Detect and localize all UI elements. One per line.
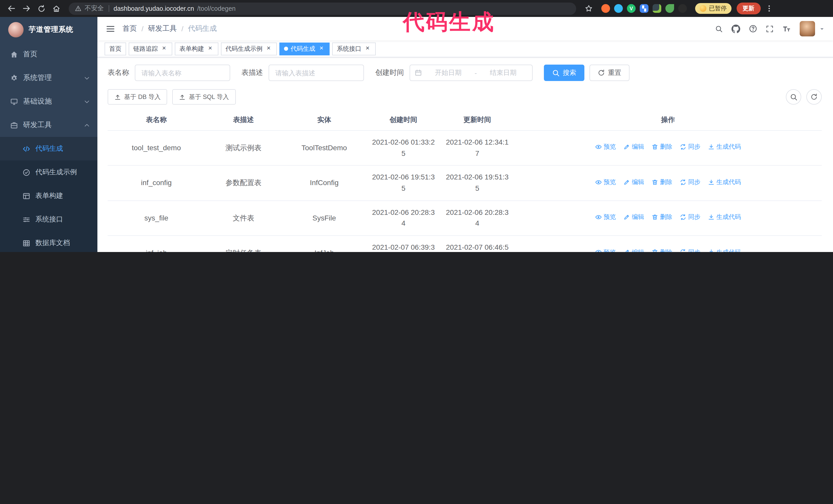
paused-badge[interactable]: 已暂停	[695, 3, 731, 14]
sidebar-toggle[interactable]	[105, 24, 115, 33]
sidebar-subitem-example[interactable]: 代码生成示例	[0, 161, 97, 184]
reset-button[interactable]: 重置	[590, 65, 629, 81]
fullscreen-icon[interactable]	[766, 25, 774, 32]
preview-link[interactable]: 预览	[595, 247, 616, 252]
bookmark-star-icon[interactable]	[582, 2, 595, 15]
generate-code-link[interactable]: 生成代码	[708, 142, 741, 152]
import-sql-button[interactable]: 基于 SQL 导入	[172, 89, 236, 104]
delete-link[interactable]: 删除	[651, 212, 672, 222]
extension-icon-leaf[interactable]	[665, 4, 674, 13]
generate-code-link[interactable]: 生成代码	[708, 177, 741, 187]
address-bar[interactable]: 不安全 dashboard.yudao.iocoder.cn/tool/code…	[69, 2, 576, 15]
home-icon	[10, 50, 18, 58]
preview-link[interactable]: 预览	[595, 142, 616, 152]
generate-code-link[interactable]: 生成代码	[708, 247, 741, 252]
preview-icon	[595, 249, 601, 252]
generate-code-link[interactable]: 生成代码	[708, 212, 741, 222]
sidebar-item-label: 基础设施	[23, 97, 52, 106]
sidebar-subitem-doc[interactable]: 数据库文档	[0, 231, 97, 252]
cell-table-name: sys_file	[108, 207, 205, 230]
start-date-placeholder: 开始日期	[424, 68, 473, 77]
back-button[interactable]	[5, 2, 18, 15]
sidebar-item-tools[interactable]: 研发工具	[0, 113, 97, 137]
edit-link[interactable]: 编辑	[623, 212, 644, 222]
view-tab-1[interactable]: 链路追踪×	[129, 42, 172, 55]
avatar-caret-icon[interactable]	[819, 26, 825, 31]
github-icon[interactable]	[732, 24, 740, 33]
view-tab-4[interactable]: 代码生成×	[279, 42, 330, 55]
chevron-down-icon	[84, 75, 90, 81]
extension-icon-fox[interactable]	[601, 4, 610, 13]
sidebar-item-home[interactable]: 首页	[0, 43, 97, 66]
fontsize-icon[interactable]	[782, 24, 791, 33]
extension-icon-green-v[interactable]: V	[627, 4, 636, 13]
table-name-input[interactable]	[135, 65, 230, 81]
doc-icon	[23, 239, 30, 247]
edit-icon	[623, 214, 630, 220]
close-tab-icon[interactable]: ×	[318, 45, 325, 52]
view-tab-0[interactable]: 首页	[104, 42, 126, 55]
tab-label: 链路追踪	[133, 44, 158, 53]
extension-icon-users[interactable]: ▚	[640, 4, 648, 13]
search-icon[interactable]	[715, 25, 723, 32]
sidebar-subitem-form[interactable]: 表单构建	[0, 184, 97, 208]
cell-table-name: tool_test_demo	[108, 136, 205, 160]
date-separator: -	[475, 69, 477, 77]
codegen-table: 表名称表描述实体创建时间更新时间操作 tool_test_demo测试示例表To…	[108, 110, 822, 252]
sidebar-item-gear[interactable]: 系统管理	[0, 66, 97, 90]
edit-link[interactable]: 编辑	[623, 142, 644, 152]
table-toolbar: 基于 DB 导入 基于 SQL 导入	[108, 89, 822, 104]
sidebar-item-infra[interactable]: 基础设施	[0, 90, 97, 113]
forward-button[interactable]	[20, 2, 33, 15]
search-button[interactable]: 搜索	[544, 65, 585, 81]
view-tab-5[interactable]: 系统接口×	[332, 42, 376, 55]
edit-icon	[623, 179, 630, 185]
sidebar-subitem-api[interactable]: 系统接口	[0, 208, 97, 231]
emoji-face-icon	[700, 5, 706, 12]
preview-icon	[595, 214, 601, 220]
reload-button[interactable]	[35, 2, 48, 15]
sync-link[interactable]: 同步	[680, 142, 700, 152]
cell-table-name: inf_config	[108, 171, 205, 195]
preview-link[interactable]: 预览	[595, 212, 616, 222]
extension-icon-drop[interactable]	[614, 4, 623, 13]
delete-link[interactable]: 删除	[651, 247, 672, 252]
date-range-picker[interactable]: 开始日期 - 结束日期	[410, 65, 532, 81]
update-button[interactable]: 更新	[736, 3, 760, 14]
close-tab-icon[interactable]: ×	[265, 45, 272, 52]
reset-button-label: 重置	[608, 68, 621, 77]
sync-link[interactable]: 同步	[680, 247, 700, 252]
cell-table-desc: 定时任务表	[205, 241, 282, 252]
breadcrumb-item[interactable]: 研发工具	[148, 24, 177, 33]
extension-icon-capture[interactable]	[652, 4, 661, 13]
close-tab-icon[interactable]: ×	[364, 45, 371, 52]
import-db-button[interactable]: 基于 DB 导入	[108, 89, 167, 104]
edit-link[interactable]: 编辑	[623, 177, 644, 187]
refresh-table-button[interactable]	[806, 89, 822, 104]
kebab-menu-icon[interactable]	[763, 2, 775, 15]
preview-link[interactable]: 预览	[595, 177, 616, 187]
view-tab-3[interactable]: 代码生成示例×	[221, 42, 277, 55]
extension-icon-paw[interactable]	[678, 4, 687, 13]
chevron-down-icon	[84, 98, 90, 105]
column-header: 表名称	[108, 110, 205, 130]
help-icon[interactable]	[749, 25, 757, 33]
home-button[interactable]	[50, 2, 63, 15]
view-tab-2[interactable]: 表单构建×	[175, 42, 218, 55]
delete-link[interactable]: 删除	[651, 177, 672, 187]
close-tab-icon[interactable]: ×	[207, 45, 214, 52]
sync-link[interactable]: 同步	[680, 212, 700, 222]
table-desc-input[interactable]	[269, 65, 364, 81]
column-header: 操作	[514, 110, 822, 130]
breadcrumb-item[interactable]: 首页	[122, 24, 137, 33]
tools-icon	[10, 121, 18, 129]
delete-icon	[651, 144, 658, 150]
close-tab-icon[interactable]: ×	[161, 45, 168, 52]
delete-link[interactable]: 删除	[651, 142, 672, 152]
toggle-search-button[interactable]	[786, 89, 801, 104]
table-body: tool_test_demo测试示例表ToolTestDemo2021-02-0…	[108, 131, 822, 252]
sync-link[interactable]: 同步	[680, 177, 700, 187]
user-avatar[interactable]	[800, 21, 815, 37]
sidebar-subitem-code[interactable]: 代码生成	[0, 137, 97, 161]
edit-link[interactable]: 编辑	[623, 247, 644, 252]
